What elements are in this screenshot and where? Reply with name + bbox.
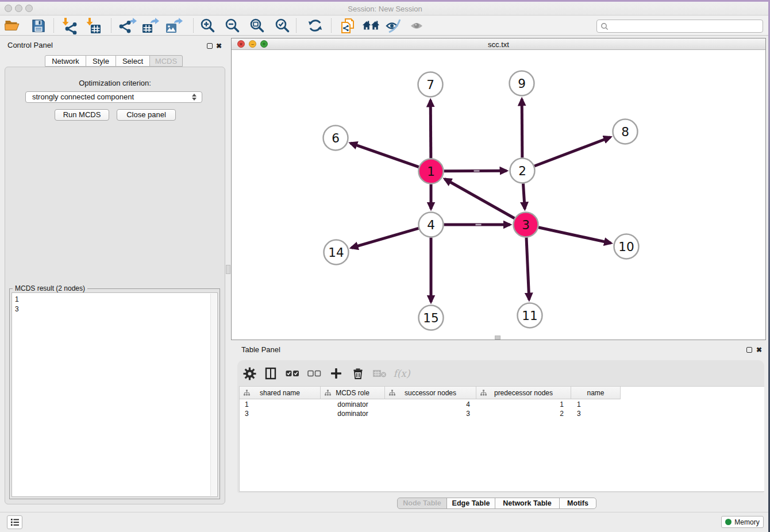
refresh-layout-icon[interactable] <box>306 17 325 35</box>
table-cell: 2 <box>476 409 571 418</box>
graph-edge-3-10[interactable] <box>538 228 611 243</box>
graph-node-label: 1 <box>427 164 435 179</box>
table-header-row: shared nameMCDS rolesuccessor nodesprede… <box>240 387 621 399</box>
graph-node-label: 9 <box>518 76 526 91</box>
run-mcds-button[interactable]: Run MCDS <box>55 109 109 121</box>
status-bar <box>0 512 770 532</box>
mcds-result-title: MCDS result (2 nodes) <box>13 284 87 292</box>
graph-edge-1-7[interactable] <box>430 100 431 158</box>
zoom-out-icon[interactable] <box>224 17 242 35</box>
import-table-icon[interactable] <box>84 17 102 35</box>
clone-network-icon[interactable] <box>339 17 357 35</box>
vertical-splitter-handle[interactable] <box>226 265 230 274</box>
result-scrollbar[interactable] <box>210 294 217 496</box>
table-cell: 1 <box>240 400 321 409</box>
optimization-criterion-label: Optimization criterion: <box>5 79 225 87</box>
column-header-predecessor-nodes[interactable]: predecessor nodes <box>476 387 571 399</box>
graph-edge-2-3[interactable] <box>523 183 525 209</box>
network-view-window: × – + scc.txt 7968124314101511 <box>231 38 766 340</box>
graph-node-label: 11 <box>522 309 537 323</box>
graph-edge-4-14[interactable] <box>351 228 418 248</box>
control-panel-tabs: NetworkStyleSelectMCDS <box>45 55 183 67</box>
delete-column-icon[interactable] <box>349 364 367 383</box>
open-session-icon[interactable] <box>3 17 21 35</box>
control-tab-mcds[interactable]: MCDS <box>149 55 183 67</box>
function-builder-icon[interactable]: f(x) <box>392 364 411 383</box>
column-header-shared-name[interactable]: shared name <box>240 387 321 399</box>
mcds-result-values: 1 3 <box>15 295 19 314</box>
mcds-result-textarea[interactable]: 1 3 <box>11 292 218 497</box>
import-network-icon[interactable] <box>60 17 78 35</box>
graph-node-label: 2 <box>518 164 526 178</box>
graph-edge-1-6[interactable] <box>351 143 419 167</box>
task-history-button[interactable] <box>7 515 22 529</box>
table-cell: dominator <box>321 409 385 418</box>
save-session-icon[interactable] <box>29 17 48 35</box>
toolbar-divider <box>53 18 54 33</box>
dropdown-value: strongly connected component <box>32 92 134 101</box>
table-cell: 1 <box>476 400 571 409</box>
table-tab-motifs[interactable]: Motifs <box>559 498 596 509</box>
network-window-title: scc.txt <box>232 40 765 49</box>
control-tab-style[interactable]: Style <box>86 55 116 67</box>
optimization-criterion-dropdown[interactable]: strongly connected component <box>25 91 202 103</box>
memory-status-icon <box>725 519 732 525</box>
table-cell: 3 <box>571 409 621 418</box>
table-panel-title: Table Panel <box>241 345 280 354</box>
network-graph[interactable]: 7968124314101511 <box>232 51 765 340</box>
delete-table-icon[interactable] <box>371 364 389 383</box>
export-network-icon[interactable] <box>118 17 137 35</box>
zoom-fit-icon[interactable] <box>248 17 267 35</box>
close-panel-button[interactable]: Close panel <box>117 109 176 121</box>
column-header-successor-nodes[interactable]: successor nodes <box>385 387 476 399</box>
graph-edge-2-8[interactable] <box>534 137 610 166</box>
show-columns-icon[interactable] <box>261 364 280 383</box>
table-cell: 4 <box>385 400 476 409</box>
table-tab-node-table[interactable]: Node Table <box>397 498 447 509</box>
memory-label: Memory <box>734 518 759 526</box>
window-title: Session: New Session <box>0 5 770 13</box>
hide-details-icon[interactable] <box>385 17 403 35</box>
memory-button[interactable]: Memory <box>721 516 764 528</box>
column-header-name[interactable]: name <box>571 387 621 399</box>
table-tab-network-table[interactable]: Network Table <box>495 498 560 509</box>
graph-edge-3-1[interactable] <box>445 179 514 218</box>
zoom-selected-icon[interactable] <box>274 17 292 35</box>
graph-node-label: 7 <box>426 78 434 92</box>
network-overview-icon[interactable] <box>362 17 380 35</box>
column-header-MCDS-role[interactable]: MCDS role <box>321 387 385 399</box>
search-input[interactable] <box>596 20 763 33</box>
show-details-icon[interactable] <box>409 17 427 35</box>
control-panel-close-icon[interactable]: ✖ <box>216 43 222 49</box>
graph-edge-3-11[interactable] <box>526 237 529 299</box>
table-panel: f(x) shared nameMCDS rolesuccessor nodes… <box>237 360 764 493</box>
control-tab-network[interactable]: Network <box>45 55 86 67</box>
export-table-icon[interactable] <box>141 17 159 35</box>
control-panel-float-icon[interactable] <box>207 43 213 49</box>
control-panel-title: Control Panel <box>7 41 53 49</box>
table-tab-edge-table[interactable]: Edge Table <box>446 498 495 509</box>
toolbar-divider <box>296 18 297 33</box>
toolbar-divider <box>111 18 111 33</box>
node-table: shared nameMCDS rolesuccessor nodesprede… <box>239 386 764 492</box>
control-tab-select[interactable]: Select <box>116 55 150 67</box>
table-cell: 3 <box>240 409 321 418</box>
graph-edge-2-9[interactable] <box>522 99 522 157</box>
export-image-icon[interactable] <box>164 17 183 35</box>
horizontal-splitter-handle[interactable] <box>495 336 500 340</box>
add-column-icon[interactable] <box>327 364 345 383</box>
table-row[interactable]: 1dominator411 <box>240 400 621 409</box>
search-icon <box>600 22 609 30</box>
graph-node-label: 3 <box>522 218 530 232</box>
network-window-titlebar: × – + scc.txt <box>232 38 765 50</box>
table-panel-close-icon[interactable]: ✖ <box>756 346 762 353</box>
toolbar-divider <box>331 18 332 33</box>
table-settings-icon[interactable] <box>240 364 259 383</box>
graph-node-label: 14 <box>328 245 344 260</box>
table-row[interactable]: 3dominator323 <box>240 409 621 418</box>
deselect-all-icon[interactable] <box>305 364 324 383</box>
select-all-icon[interactable] <box>283 364 302 383</box>
zoom-in-icon[interactable] <box>199 17 217 35</box>
table-panel-float-icon[interactable] <box>746 347 752 353</box>
list-icon <box>10 518 20 526</box>
